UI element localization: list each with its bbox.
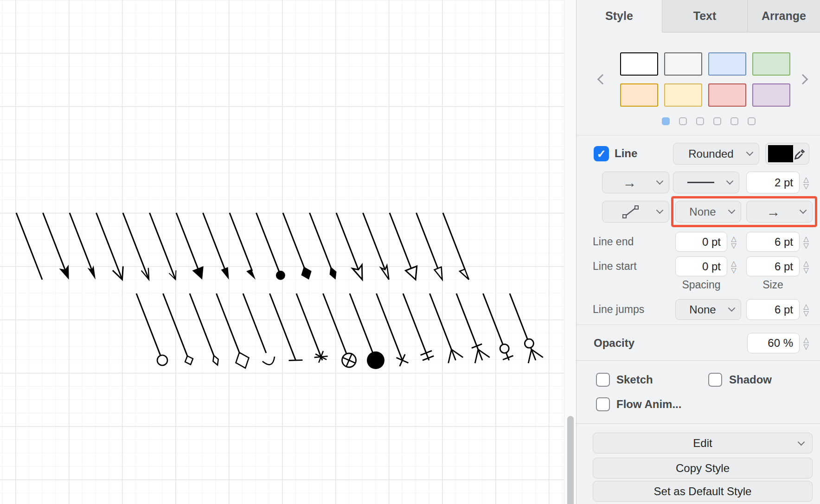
line-label: Line [615,145,637,162]
line-jumps-size-stepper[interactable]: △ ▽ [801,299,811,320]
style-swatch[interactable] [620,52,658,76]
sketch-label: Sketch [616,372,653,387]
shadow-checkbox[interactable] [708,373,722,387]
format-tabs: Style Text Arrange [577,0,820,32]
set-default-style-button[interactable]: Set as Default Style [593,481,813,502]
line-jumps-size-input[interactable]: 6 pt [746,299,800,320]
start-arrow-value: None [689,205,716,218]
shadow-label: Shadow [729,372,772,387]
step-down-icon: ▽ [803,310,809,317]
waypoints-dropdown[interactable] [602,201,669,223]
line-start-size-stepper[interactable]: △ ▽ [801,256,811,276]
swatch-page-dot[interactable] [696,117,704,125]
line-end-spacing-stepper[interactable]: △ ▽ [729,232,739,252]
line-pattern-dropdown[interactable] [673,172,739,193]
style-swatch[interactable] [708,83,746,107]
chevron-down-icon [728,206,736,214]
line-style-dropdown[interactable]: Rounded [673,143,759,165]
line-start-size-input[interactable]: 6 pt [746,256,800,276]
step-up-icon: △ [803,260,809,267]
chevron-down-icon [728,304,736,312]
line-end-size-input[interactable]: 6 pt [746,232,800,252]
sketch-checkbox[interactable] [596,373,610,387]
format-panel: Style Text Arrange ✓ Line Rounded → 2 pt… [576,0,820,504]
vertical-scrollbar-track[interactable] [564,0,576,504]
tab-arrange[interactable]: Arrange [747,0,820,32]
flow-animation-label: Flow Anim... [616,397,681,412]
line-width-input[interactable]: 2 pt [746,172,800,193]
start-arrow-dropdown[interactable]: None [675,201,741,223]
swatch-page-dot[interactable] [748,117,756,125]
line-start-label: Line start [593,256,637,276]
set-default-style-label: Set as Default Style [654,485,752,498]
line-start-spacing-stepper[interactable]: △ ▽ [729,256,739,276]
chevron-down-icon [746,148,754,156]
step-up-icon: △ [731,260,737,267]
flow-animation-checkbox[interactable] [596,397,610,411]
connection-arrow-dropdown[interactable]: → [602,172,669,193]
step-down-icon: ▽ [803,183,809,190]
style-swatch[interactable] [752,83,790,107]
line-color-swatch [768,145,793,162]
tab-text[interactable]: Text [662,0,747,32]
line-end-label: Line end [593,232,634,252]
chevron-down-icon [800,206,807,214]
swatch-page-dot[interactable] [713,117,721,125]
step-down-icon: ▽ [731,242,737,249]
style-swatch[interactable] [664,83,702,107]
line-style-value: Rounded [688,147,733,160]
style-swatch[interactable] [664,52,702,76]
arrow-right-icon: → [623,175,637,191]
chevron-down-icon [798,439,805,446]
spacing-label: Spacing [675,279,727,291]
swatch-page-dot[interactable] [662,117,670,125]
vertical-scrollbar-thumb[interactable] [567,416,574,504]
line-width-stepper[interactable]: △ ▽ [801,172,811,193]
style-swatch[interactable] [708,52,746,76]
line-checkbox[interactable]: ✓ [594,146,609,161]
style-swatch[interactable] [620,83,658,107]
divider [577,360,820,361]
straight-connector-icon [621,204,640,219]
chevron-down-icon [656,206,664,214]
step-down-icon: ▽ [803,343,809,350]
divider [577,423,820,424]
opacity-stepper[interactable]: △ ▽ [801,333,811,353]
step-down-icon: ▽ [731,267,737,274]
style-swatch[interactable] [752,52,790,76]
step-down-icon: ▽ [803,242,809,249]
tab-style[interactable]: Style [577,0,662,32]
swatch-prev-icon[interactable] [597,74,608,85]
divider [577,135,820,135]
opacity-label: Opacity [594,333,634,353]
line-color-button[interactable] [765,143,809,165]
swatch-next-icon[interactable] [798,74,808,85]
line-start-spacing-input[interactable]: 0 pt [675,256,727,276]
line-jumps-dropdown[interactable]: None [675,299,741,320]
divider [577,325,820,325]
step-up-icon: △ [803,235,809,242]
chevron-down-icon [656,177,664,185]
line-jumps-value: None [689,303,716,316]
swatch-page-dot[interactable] [730,117,738,125]
copy-style-label: Copy Style [676,462,730,475]
eyedropper-icon [793,147,807,161]
chevron-down-icon [726,177,734,185]
end-arrow-dropdown[interactable]: → [746,201,813,223]
step-down-icon: ▽ [803,267,809,274]
step-up-icon: △ [803,176,809,183]
line-end-spacing-input[interactable]: 0 pt [675,232,727,252]
step-up-icon: △ [803,336,809,343]
swatch-page-dot[interactable] [679,117,687,125]
edit-button-label: Edit [693,437,712,450]
line-style-solid-icon [687,182,714,183]
step-up-icon: △ [731,235,737,242]
check-icon: ✓ [596,147,606,160]
edit-button[interactable]: Edit [593,433,813,453]
copy-style-button[interactable]: Copy Style [593,458,813,478]
diagram-canvas[interactable] [0,0,564,504]
line-end-size-stepper[interactable]: △ ▽ [801,232,811,252]
size-label: Size [746,279,800,291]
line-jumps-label: Line jumps [593,299,644,320]
opacity-input[interactable]: 60 % [747,333,800,353]
